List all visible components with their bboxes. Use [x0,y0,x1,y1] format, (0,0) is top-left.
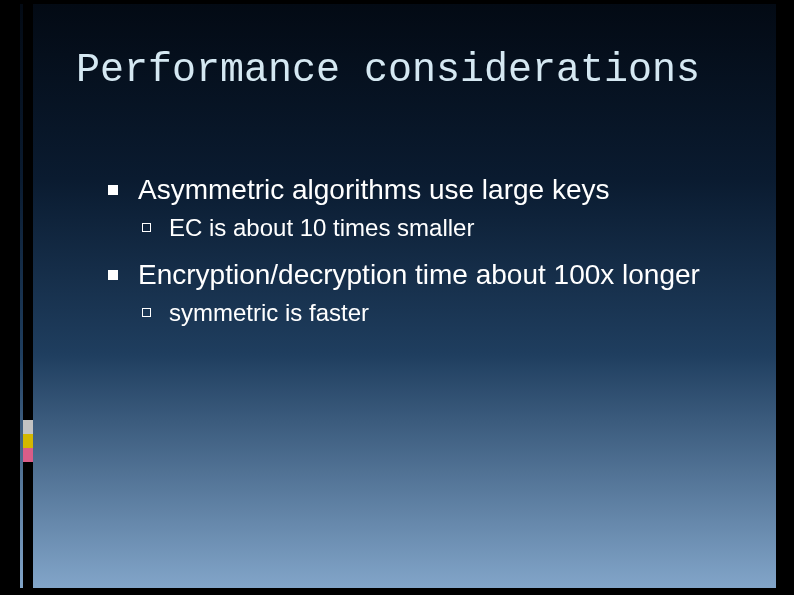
bullet-level-1: Asymmetric algorithms use large keys [108,172,768,207]
bullet-text: EC is about 10 times smaller [169,213,474,243]
bullet-level-2: EC is about 10 times smaller [142,213,768,243]
bullet-text: Asymmetric algorithms use large keys [138,172,609,207]
bullet-marker-filled-icon [108,270,118,280]
slide-content: Asymmetric algorithms use large keys EC … [108,172,768,342]
accent-swatch [23,434,33,448]
bullet-marker-hollow-icon [142,308,151,317]
accent-swatch [23,448,33,462]
bullet-text: Encryption/decryption time about 100x lo… [138,257,700,292]
accent-swatch [23,420,33,434]
bullet-marker-filled-icon [108,185,118,195]
bullet-level-1: Encryption/decryption time about 100x lo… [108,257,768,292]
bullet-level-2: symmetric is faster [142,298,768,328]
bullet-text: symmetric is faster [169,298,369,328]
left-accent-bar [23,4,33,588]
slide-title: Performance considerations [76,48,700,93]
bullet-marker-hollow-icon [142,223,151,232]
slide: Performance considerations Asymmetric al… [20,4,776,588]
